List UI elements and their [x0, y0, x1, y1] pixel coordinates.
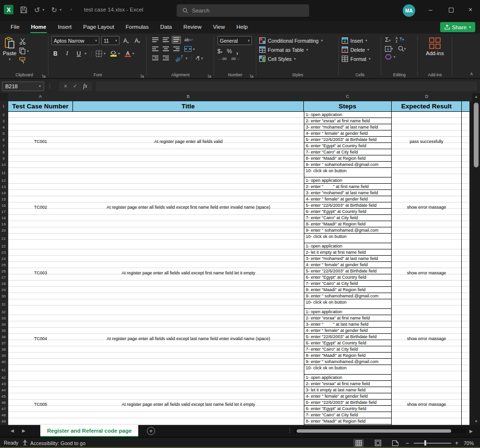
step-row[interactable]: 2- let it empty at first name field	[304, 249, 391, 256]
step-row[interactable]: 2- enter " " at first name field	[304, 184, 391, 190]
row-header-41[interactable]: 41	[0, 365, 7, 375]
row-header-29[interactable]: 29	[0, 287, 7, 293]
next-sheet-icon[interactable]: ▶	[22, 428, 25, 433]
name-box[interactable]: B218 ▾	[2, 82, 44, 91]
save-icon[interactable]	[20, 6, 27, 13]
tab-data[interactable]: Data	[155, 21, 178, 34]
step-row[interactable]: 1- open application	[304, 177, 391, 184]
borders-dropdown-icon[interactable]: ▾	[104, 51, 106, 56]
format-as-table-button[interactable]: Format as Table▾	[256, 45, 339, 54]
row-header-19[interactable]: 19	[0, 221, 7, 227]
addins-button[interactable]: Add-ins	[418, 36, 452, 57]
table-header-row[interactable]: Test Case NumberTitleStepsExpected Resul…	[8, 101, 469, 112]
orientation-dropdown-icon[interactable]: ▾	[186, 56, 188, 60]
row-header-30[interactable]: 30	[0, 293, 7, 299]
collapse-ribbon-icon[interactable]: ∧	[470, 71, 473, 76]
step-row[interactable]: 5- enter "22/6/2003" at Birthdate field	[304, 334, 391, 340]
tab-help[interactable]: Help	[231, 21, 254, 34]
underline-dropdown-icon[interactable]: ▾	[84, 51, 86, 56]
step-row[interactable]: 5- enter "22/6/2003" at Birthdate field	[304, 202, 391, 209]
zoom-out-button[interactable]: −	[406, 440, 409, 447]
step-row[interactable]: 3- enter " " at last name field	[304, 321, 391, 328]
align-middle-icon[interactable]	[161, 36, 170, 44]
row-header-6[interactable]: 6	[0, 137, 7, 143]
row-header-34[interactable]: 34	[0, 321, 7, 328]
step-row[interactable]: 4- enter " female" at gender field	[304, 130, 391, 137]
step-row[interactable]: 6- enter "Egypt" at Country field	[304, 340, 391, 346]
scroll-down-icon[interactable]: ▼	[472, 419, 480, 424]
row-header-13[interactable]: 13	[0, 184, 7, 190]
undo-dropdown-icon[interactable]: ▾	[43, 8, 45, 12]
column-header-A[interactable]: A	[39, 94, 42, 99]
cancel-icon[interactable]: ×	[64, 83, 67, 90]
tab-insert[interactable]: Insert	[52, 21, 77, 34]
cell-testcase-number[interactable]: TC004	[8, 309, 73, 375]
bold-button[interactable]: B	[51, 50, 60, 58]
shrink-font-button[interactable]: A▾	[133, 37, 143, 45]
row-header-14[interactable]: 14	[0, 190, 7, 196]
page-break-view-button[interactable]	[390, 439, 400, 447]
enter-icon[interactable]: ✓	[73, 83, 77, 89]
step-row[interactable]: 8- enter "Maadi" at Region field	[304, 221, 391, 227]
formula-bar-handle[interactable]: ⋮	[47, 83, 52, 89]
increase-decimal-button[interactable]: ←.00	[217, 57, 227, 61]
cell-title[interactable]: At register page enter all fields valid …	[73, 177, 304, 243]
number-dialog-launcher-icon[interactable]	[250, 74, 254, 78]
step-row[interactable]: 2- enter "esraa" at first name field	[304, 381, 391, 387]
font-name-select[interactable]: Aptos Narrow▾	[51, 36, 99, 45]
font-size-select[interactable]: 11▾	[101, 36, 120, 45]
step-row[interactable]: 10- click ok on button	[304, 168, 391, 177]
cell-title[interactable]: At register page enter all fields valid …	[73, 309, 304, 375]
autosum-button[interactable]: Σ▾	[385, 36, 391, 43]
column-headers[interactable]: ABCD	[8, 93, 472, 101]
align-bottom-icon[interactable]	[172, 36, 181, 44]
step-row[interactable]: 10- click ok on button	[304, 234, 391, 243]
cut-icon[interactable]	[19, 38, 26, 45]
step-row[interactable]: 10- click ok on button	[304, 299, 391, 309]
search-input[interactable]: Search	[177, 4, 309, 17]
cell-title[interactable]: At register page enter all fields valid …	[73, 375, 304, 425]
cell-steps[interactable]: 1- open application2- enter "esraa" at f…	[304, 112, 392, 177]
row-header-16[interactable]: 16	[0, 202, 7, 209]
undo-icon[interactable]: ↺	[34, 6, 40, 13]
row-header-31[interactable]: 31	[0, 299, 7, 309]
row-header-38[interactable]: 38	[0, 346, 7, 353]
step-row[interactable]: 2- enter "esraa" at first name field	[304, 315, 391, 321]
sheet-tab-active[interactable]: Register and Referral code page	[40, 425, 138, 437]
row-header-46[interactable]: 46	[0, 400, 7, 406]
step-row[interactable]: 9- enter " sohamohamed.@gmail.com	[304, 359, 391, 365]
row-header-20[interactable]: 20	[0, 227, 7, 234]
number-format-select[interactable]: General▾	[217, 36, 252, 45]
ltr-dropdown-icon[interactable]: ▾	[201, 56, 203, 60]
table-header-3[interactable]: Steps	[304, 101, 392, 112]
prev-sheet-icon[interactable]: ◀	[11, 428, 14, 433]
step-row[interactable]: 5- enter "22/6/2003" at Birthdate field	[304, 400, 391, 406]
scroll-right-icon[interactable]: ▶	[469, 429, 473, 434]
cell-testcase-number[interactable]: TC001	[8, 112, 73, 177]
step-row[interactable]: 7- enter "Cairo" at City field	[304, 281, 391, 287]
formula-input[interactable]	[96, 82, 477, 91]
currency-button[interactable]: $▾	[217, 48, 222, 55]
font-color-dropdown-icon[interactable]: ▾	[132, 51, 134, 56]
zoom-level[interactable]: 70%	[464, 440, 474, 446]
row-header-44[interactable]: 44	[0, 387, 7, 393]
decrease-decimal-button[interactable]: .00→	[230, 57, 240, 61]
align-right-icon[interactable]	[172, 45, 181, 53]
sort-filter-button[interactable]: AZ ▾	[396, 36, 404, 43]
row-header-26[interactable]: 26	[0, 268, 7, 274]
cell-steps[interactable]: 1- open application2- let it empty at fi…	[304, 243, 392, 309]
step-row[interactable]: 9- enter " sohamohamed.@gmail.com	[304, 227, 391, 234]
step-row[interactable]: 9- enter " sohamohamed.@gmail.com	[304, 162, 391, 168]
quick-access-customize-icon[interactable]: ⌕	[70, 7, 72, 12]
merge-center-icon[interactable]	[184, 46, 192, 52]
page-layout-view-button[interactable]	[372, 439, 383, 447]
fill-color-dropdown-icon[interactable]: ▾	[118, 51, 120, 56]
clipboard-dialog-launcher-icon[interactable]	[42, 74, 46, 78]
tab-review[interactable]: Review	[178, 21, 207, 34]
row-header-49[interactable]: 49	[0, 418, 7, 424]
scroll-up-icon[interactable]: ▲	[472, 94, 480, 99]
row-header-37[interactable]: 37	[0, 340, 7, 346]
clear-dropdown-icon[interactable]: ▾	[394, 55, 396, 59]
row-headers[interactable]: 1234567891011121314151617181920212223242…	[0, 101, 8, 425]
row-header-28[interactable]: 28	[0, 281, 7, 287]
